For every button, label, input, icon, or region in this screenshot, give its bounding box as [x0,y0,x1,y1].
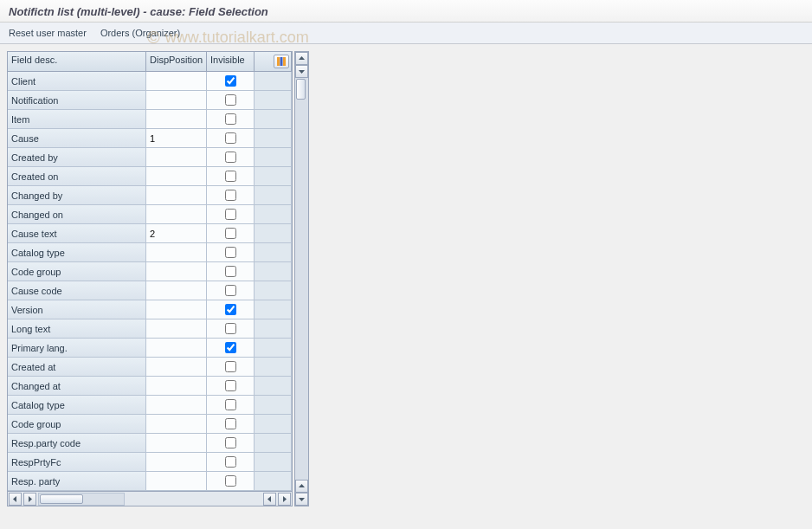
field-desc-cell[interactable]: Changed by [8,186,146,204]
disp-position-cell [146,167,207,185]
invisible-checkbox[interactable] [225,361,236,372]
column-field-desc[interactable]: Field desc. [8,52,146,71]
invisible-checkbox[interactable] [225,456,236,468]
disp-position-input[interactable] [150,152,203,163]
scroll-down-icon[interactable] [295,65,308,78]
field-desc-cell[interactable]: Catalog type [8,243,146,261]
field-desc-cell[interactable]: Cause text [8,224,146,242]
invisible-checkbox[interactable] [225,304,236,315]
disp-position-input[interactable] [150,438,203,448]
invisible-checkbox[interactable] [225,152,236,163]
h-scroll-track[interactable] [38,493,125,506]
scroll-right-icon[interactable] [23,493,36,506]
invisible-cell [207,281,255,300]
disp-position-input[interactable] [150,133,203,144]
disp-position-input[interactable] [150,476,203,487]
field-desc-cell[interactable]: Code group [8,262,146,281]
field-desc-cell[interactable]: Code group [8,415,146,433]
invisible-checkbox[interactable] [225,171,236,182]
disp-position-input[interactable] [150,210,203,220]
svg-rect-0 [277,57,280,66]
field-desc-cell[interactable]: Version [8,300,146,319]
field-desc-cell[interactable]: Cause code [8,281,146,300]
field-desc-cell[interactable]: Long text [8,319,146,338]
h-scroll-thumb[interactable] [40,494,83,504]
invisible-checkbox[interactable] [225,437,236,448]
invisible-checkbox[interactable] [225,113,236,125]
disp-position-input[interactable] [150,267,203,277]
page-title: Notifictn list (multi-level) - cause: Fi… [0,0,812,23]
disp-position-input[interactable] [150,457,203,468]
column-disp-position[interactable]: DispPosition [146,52,207,71]
v-scroll-track[interactable] [295,78,308,480]
invisible-checkbox[interactable] [225,266,236,277]
disp-position-input[interactable] [150,324,203,334]
disp-position-input[interactable] [150,114,203,125]
invisible-cell [207,262,255,281]
disp-position-input[interactable] [150,400,203,410]
disp-position-input[interactable] [150,362,203,372]
disp-position-input[interactable] [150,305,203,315]
disp-position-input[interactable] [150,190,203,201]
field-desc-cell[interactable]: Primary lang. [8,339,146,357]
invisible-checkbox[interactable] [225,94,236,106]
table-row: Catalog type [8,396,292,415]
scroll-up-icon[interactable] [295,52,308,65]
disp-position-input[interactable] [150,76,203,87]
invisible-checkbox[interactable] [225,209,236,220]
field-desc-cell[interactable]: Item [8,110,146,128]
field-desc-cell[interactable]: Notification [8,91,146,109]
disp-position-input[interactable] [150,229,203,239]
table-row: Client [8,72,292,91]
disp-position-input[interactable] [150,286,203,296]
v-scroll-thumb[interactable] [296,79,306,100]
field-desc-cell[interactable]: RespPrtyFc [8,453,146,471]
scroll-left-icon[interactable] [263,493,276,506]
table-config-icon[interactable] [274,55,289,68]
invisible-checkbox[interactable] [225,285,236,296]
disp-position-input[interactable] [150,171,203,182]
invisible-cell [207,243,255,261]
disp-position-cell [146,453,207,471]
scroll-down-icon[interactable] [295,493,308,506]
field-desc-cell[interactable]: Cause [8,129,146,147]
invisible-checkbox[interactable] [225,418,236,429]
invisible-checkbox[interactable] [225,132,236,144]
field-desc-cell[interactable]: Resp. party [8,472,146,490]
horizontal-scrollbar[interactable] [8,491,292,506]
invisible-checkbox[interactable] [225,247,236,258]
orders-organizer-button[interactable]: Orders (Organizer) [100,28,180,38]
field-desc-cell[interactable]: Client [8,72,146,90]
table-row: Resp.party code [8,434,292,453]
invisible-checkbox[interactable] [225,190,236,201]
field-desc-cell[interactable]: Created at [8,358,146,376]
field-desc-cell[interactable]: Resp.party code [8,434,146,452]
invisible-checkbox[interactable] [225,399,236,410]
invisible-checkbox[interactable] [225,475,236,487]
reset-user-master-button[interactable]: Reset user master [9,28,87,38]
invisible-cell [207,148,255,166]
field-desc-cell[interactable]: Changed at [8,377,146,395]
scroll-up-icon[interactable] [295,480,308,493]
invisible-checkbox[interactable] [225,380,236,391]
invisible-checkbox[interactable] [225,228,236,239]
scroll-left-icon[interactable] [9,493,22,506]
disp-position-input[interactable] [150,381,203,391]
scroll-right-icon[interactable] [278,493,291,506]
vertical-scrollbar[interactable] [294,51,309,506]
column-invisible[interactable]: Invisible [207,52,255,71]
disp-position-input[interactable] [150,419,203,429]
disp-position-input[interactable] [150,248,203,258]
disp-position-input[interactable] [150,95,203,106]
disp-position-input[interactable] [150,343,203,353]
disp-position-cell [146,243,207,261]
invisible-checkbox[interactable] [225,342,236,353]
field-desc-cell[interactable]: Created on [8,167,146,185]
extra-cell [255,262,292,281]
field-desc-cell[interactable]: Changed on [8,205,146,223]
invisible-checkbox[interactable] [225,323,236,334]
field-desc-cell[interactable]: Created by [8,148,146,166]
field-desc-cell[interactable]: Catalog type [8,396,146,414]
disp-position-cell [146,300,207,319]
invisible-checkbox[interactable] [225,75,236,87]
